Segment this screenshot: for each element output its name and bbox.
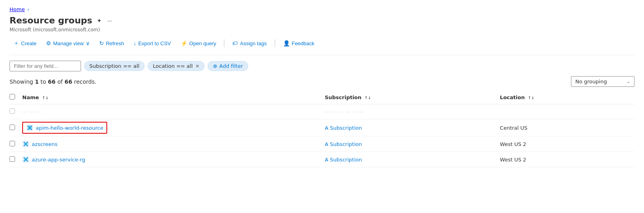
row-azure-app-name-cell: azure-app-service-rg xyxy=(22,152,325,167)
row-azscreens-checkbox-cell xyxy=(10,136,22,152)
row-apim-name-cell: apim-hello-world-resource xyxy=(22,119,325,136)
svg-point-17 xyxy=(27,161,28,162)
location-filter-close-icon[interactable]: ✕ xyxy=(195,63,199,69)
svg-point-1 xyxy=(29,127,31,129)
location-column-header[interactable]: Location ↑↓ xyxy=(500,91,634,104)
toolbar-separator-2 xyxy=(275,39,275,47)
row-azscreens-subscription-cell: A Subscription xyxy=(325,136,500,152)
apim-subscription-link[interactable]: A Subscription xyxy=(325,125,362,131)
breadcrumb: Home › xyxy=(10,6,634,12)
gear-icon: ⚙ xyxy=(46,40,51,46)
filter-input[interactable] xyxy=(10,61,81,71)
pin-icon[interactable]: ✦ xyxy=(96,17,102,25)
select-all-checkbox[interactable] xyxy=(10,94,15,100)
row-apim-checkbox[interactable] xyxy=(10,125,15,130)
svg-point-10 xyxy=(24,145,25,146)
svg-point-11 xyxy=(27,145,28,146)
tag-icon: 🏷 xyxy=(232,40,238,46)
page-header: Resource groups ✦ ··· xyxy=(10,15,634,25)
select-all-header xyxy=(10,91,22,104)
svg-point-16 xyxy=(24,161,25,162)
add-filter-button[interactable]: ⊕ Add filter xyxy=(208,61,248,71)
table-row: apim-hello-world-resource A Subscription… xyxy=(10,119,634,136)
query-icon: ⚡ xyxy=(181,40,187,46)
azscreens-subscription-link[interactable]: A Subscription xyxy=(325,141,362,147)
create-button[interactable]: ＋ Create xyxy=(10,37,40,49)
assign-tags-button[interactable]: 🏷 Assign tags xyxy=(228,38,270,49)
manage-view-group: ⚙ Manage view ∨ xyxy=(42,38,94,49)
toolbar-separator-1 xyxy=(224,39,224,47)
apim-hello-world-resource-link[interactable]: apim-hello-world-resource xyxy=(36,125,103,131)
svg-point-7 xyxy=(25,143,27,146)
svg-point-2 xyxy=(28,126,29,127)
row-azscreens-name-cell: azscreens xyxy=(22,136,325,152)
svg-point-3 xyxy=(31,126,32,127)
refresh-button[interactable]: ↻ Refresh xyxy=(95,38,128,49)
toolbar: ＋ Create ⚙ Manage view ∨ ↻ Refresh ↓ Exp… xyxy=(10,37,634,55)
azscreens-resource-link[interactable]: azscreens xyxy=(22,140,320,148)
row-partial-checkbox-cell xyxy=(10,104,22,119)
subscription-sort-icon: ↑↓ xyxy=(364,96,371,100)
row-apim-location-cell: Central US xyxy=(500,119,634,136)
subscription-filter-chip[interactable]: Subscription == all xyxy=(84,61,145,71)
name-column-header[interactable]: Name ↑↓ xyxy=(22,91,325,104)
open-query-button[interactable]: ⚡ Open query xyxy=(177,38,220,49)
records-row: Showing 1 to 66 of 66 records. No groupi… xyxy=(10,76,634,87)
row-azure-app-subscription-cell: A Subscription xyxy=(325,152,500,167)
row-partial-name: — — — xyxy=(22,104,325,119)
azscreens-resource-icon xyxy=(22,140,29,148)
feedback-button[interactable]: 👤 Feedback xyxy=(279,38,318,49)
svg-point-15 xyxy=(27,157,28,159)
table-row: azure-app-service-rg A Subscription West… xyxy=(10,152,634,167)
download-icon: ↓ xyxy=(133,40,136,46)
grouping-chevron-icon: ⌄ xyxy=(627,79,630,84)
resource-group-icon xyxy=(26,124,33,131)
row-apim-checkbox-cell xyxy=(10,119,22,136)
row-partial-location xyxy=(500,104,634,119)
row-apim-subscription-cell: A Subscription xyxy=(325,119,500,136)
name-sort-icon: ↑↓ xyxy=(42,96,49,100)
svg-point-5 xyxy=(31,129,32,130)
plus-icon: ＋ xyxy=(13,40,19,47)
chevron-down-icon: ∨ xyxy=(86,40,90,46)
location-sort-icon: ↑↓ xyxy=(528,96,534,100)
row-partial-checkbox[interactable] xyxy=(10,108,15,114)
grouping-dropdown[interactable]: No grouping ⌄ xyxy=(571,76,634,87)
azure-app-resource-icon xyxy=(22,156,29,163)
row-azure-app-checkbox[interactable] xyxy=(10,156,15,162)
breadcrumb-separator: › xyxy=(27,6,29,12)
svg-point-9 xyxy=(27,142,28,143)
svg-point-14 xyxy=(24,157,25,159)
refresh-icon: ↻ xyxy=(99,40,104,46)
records-count-text: Showing 1 to 66 of 66 records. xyxy=(10,79,96,85)
azure-app-service-rg-link[interactable]: azure-app-service-rg xyxy=(22,156,320,163)
resource-groups-table: Name ↑↓ Subscription ↑↓ Location ↑↓ — — … xyxy=(10,91,634,167)
row-partial-subscription: — — — — — — xyxy=(325,104,500,119)
manage-view-button[interactable]: ⚙ Manage view ∨ xyxy=(42,38,94,49)
subscription-column-header[interactable]: Subscription ↑↓ xyxy=(325,91,500,104)
table-row: azscreens A Subscription West US 2 xyxy=(10,136,634,152)
add-filter-icon: ⊕ xyxy=(213,63,217,69)
row-azure-app-location-cell: West US 2 xyxy=(500,152,634,167)
page-subtitle: Microsoft (microsoft.onmicrosoft.com) xyxy=(10,27,634,33)
row-azscreens-location-cell: West US 2 xyxy=(500,136,634,152)
page-title: Resource groups xyxy=(10,15,92,25)
row-azure-app-checkbox-cell xyxy=(10,152,22,167)
feedback-icon: 👤 xyxy=(283,40,290,46)
row-azscreens-checkbox[interactable] xyxy=(10,141,15,146)
export-csv-button[interactable]: ↓ Export to CSV xyxy=(129,38,175,49)
highlighted-resource-box: apim-hello-world-resource xyxy=(22,122,107,134)
filter-bar: Subscription == all Location == all ✕ ⊕ … xyxy=(10,61,634,71)
location-filter-chip[interactable]: Location == all ✕ xyxy=(148,61,204,71)
svg-point-13 xyxy=(25,158,27,161)
breadcrumb-home[interactable]: Home xyxy=(10,6,25,12)
svg-point-4 xyxy=(28,129,29,130)
svg-point-8 xyxy=(24,142,25,143)
more-options-icon[interactable]: ··· xyxy=(106,17,113,25)
table-row-partial: — — — — — — — — — xyxy=(10,104,634,119)
azure-app-subscription-link[interactable]: A Subscription xyxy=(325,157,362,163)
table-header-row: Name ↑↓ Subscription ↑↓ Location ↑↓ xyxy=(10,91,634,104)
